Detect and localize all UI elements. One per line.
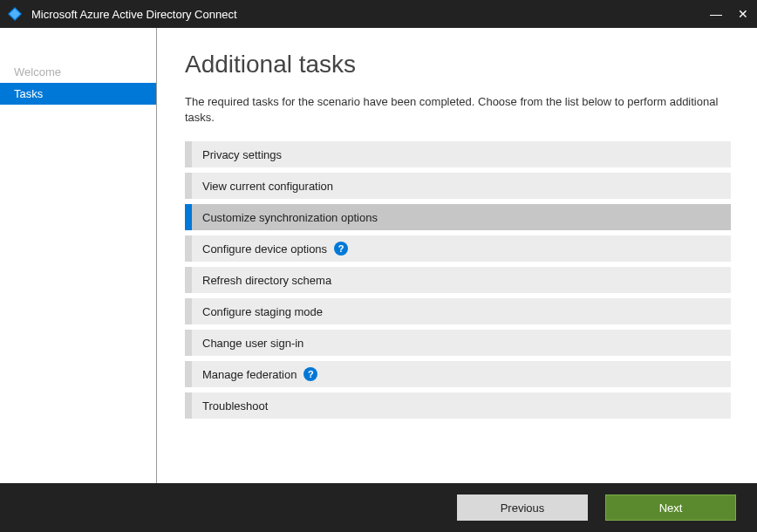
task-change-user-sign-in[interactable]: Change user sign-in [185, 330, 731, 356]
page-heading: Additional tasks [185, 51, 731, 78]
main-panel: Additional tasks The required tasks for … [157, 28, 757, 483]
task-accent [185, 173, 192, 199]
task-configure-staging-mode[interactable]: Configure staging mode [185, 298, 731, 324]
task-accent [185, 330, 192, 356]
task-customize-synchronization-options[interactable]: Customize synchronization options [185, 204, 731, 230]
task-accent [185, 204, 192, 230]
previous-button[interactable]: Previous [457, 494, 588, 521]
sidebar-item-tasks[interactable]: Tasks [0, 83, 156, 105]
task-label: Customize synchronization options [202, 211, 378, 224]
task-label: Change user sign-in [202, 337, 303, 350]
task-accent [185, 361, 192, 387]
task-label: Refresh directory schema [202, 274, 331, 287]
close-button[interactable]: ✕ [738, 8, 748, 20]
azure-logo-icon [7, 6, 23, 22]
svg-marker-1 [10, 9, 21, 20]
next-button[interactable]: Next [605, 494, 736, 521]
sidebar-item-label: Welcome [14, 65, 61, 78]
task-manage-federation[interactable]: Manage federation ? [185, 361, 731, 387]
intro-text: The required tasks for the scenario have… [185, 94, 731, 126]
task-list: Privacy settings View current configurat… [185, 141, 731, 419]
titlebar: Microsoft Azure Active Directory Connect… [0, 0, 757, 28]
task-accent [185, 141, 192, 167]
task-refresh-directory-schema[interactable]: Refresh directory schema [185, 267, 731, 293]
task-accent [185, 298, 192, 324]
task-accent [185, 235, 192, 262]
task-privacy-settings[interactable]: Privacy settings [185, 141, 731, 167]
task-label: View current configuration [202, 180, 333, 193]
task-accent [185, 392, 192, 419]
task-label: Configure device options [202, 242, 327, 256]
window-title: Microsoft Azure Active Directory Connect [31, 8, 710, 21]
sidebar: Welcome Tasks [0, 28, 157, 483]
task-label: Troubleshoot [202, 399, 268, 413]
body: Welcome Tasks Additional tasks The requi… [0, 28, 757, 483]
sidebar-item-welcome[interactable]: Welcome [0, 61, 156, 83]
help-icon[interactable]: ? [303, 367, 317, 381]
help-icon[interactable]: ? [334, 242, 348, 256]
task-label: Configure staging mode [202, 305, 323, 318]
task-troubleshoot[interactable]: Troubleshoot [185, 392, 731, 419]
task-accent [185, 267, 192, 293]
task-label: Privacy settings [202, 148, 282, 161]
task-label: Manage federation [202, 368, 297, 381]
footer: Previous Next [0, 483, 757, 532]
task-configure-device-options[interactable]: Configure device options ? [185, 235, 731, 262]
window-buttons: — ✕ [710, 8, 748, 20]
minimize-button[interactable]: — [710, 8, 722, 20]
task-view-current-configuration[interactable]: View current configuration [185, 173, 731, 199]
sidebar-item-label: Tasks [14, 87, 43, 100]
